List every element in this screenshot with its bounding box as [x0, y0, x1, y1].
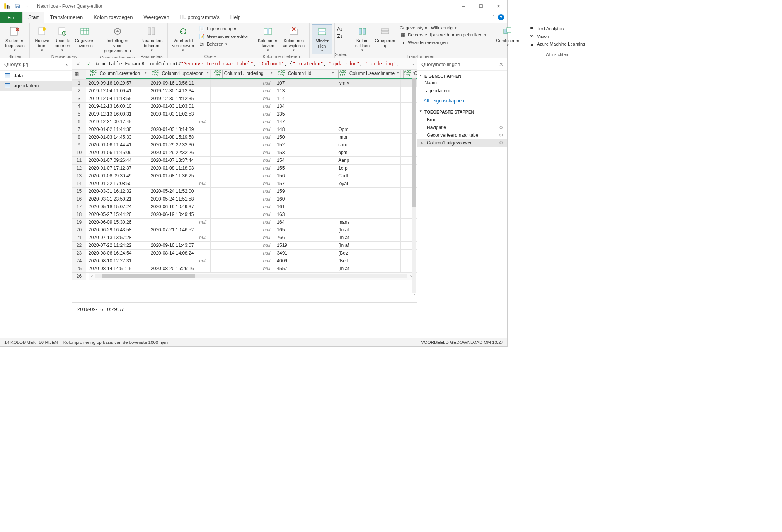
row-number[interactable]: 17: [72, 203, 86, 211]
file-tab[interactable]: File: [0, 12, 22, 23]
row-number[interactable]: 8: [72, 133, 86, 141]
table-row[interactable]: 162020-03-31 23:50:212020-05-24 11:51:58…: [72, 195, 417, 203]
table-row[interactable]: 52019-12-13 16:00:312020-01-03 11:02:53n…: [72, 110, 417, 118]
choose-columns-button[interactable]: Kolommen kiezen: [256, 24, 281, 53]
column-header[interactable]: ABC123Column1.createdon▾: [86, 70, 148, 78]
fx-icon[interactable]: fx: [96, 61, 99, 66]
corner-cell[interactable]: ▦: [72, 70, 86, 78]
column-header[interactable]: ABC123Column1.searchname▾: [336, 70, 400, 78]
horizontal-scrollbar[interactable]: ‹›: [89, 273, 414, 280]
row-number[interactable]: 12: [72, 164, 86, 172]
row-number[interactable]: 20: [72, 226, 86, 234]
row-number[interactable]: 7: [72, 126, 86, 133]
table-row[interactable]: 112020-01-07 09:26:442020-01-07 13:37:44…: [72, 156, 417, 164]
column-header[interactable]: ABC123Column1.id▾: [274, 70, 336, 78]
table-row[interactable]: 172020-05-18 15:07:242020-06-19 10:49:37…: [72, 203, 417, 211]
row-number[interactable]: 18: [72, 211, 86, 218]
table-row[interactable]: 202020-06-29 16:43:582020-07-21 10:46:52…: [72, 226, 417, 234]
close-button[interactable]: ✕: [490, 0, 507, 12]
table-row[interactable]: 142020-01-22 17:08:50nullnull157loyal: [72, 180, 417, 187]
group-by-button[interactable]: Groeperen op: [373, 24, 398, 49]
save-icon[interactable]: [13, 2, 22, 11]
vision-button[interactable]: 👁Vision: [528, 33, 586, 40]
row-number[interactable]: 10: [72, 149, 86, 156]
table-row[interactable]: 42019-12-13 16:00:102020-01-03 11:03:01n…: [72, 102, 417, 110]
data-type-button[interactable]: Gegevenstype: Willekeurig: [399, 25, 487, 31]
combine-button[interactable]: Combineren: [494, 24, 521, 48]
scroll-thumb[interactable]: [412, 78, 416, 207]
scroll-up-icon[interactable]: ˄: [412, 72, 416, 78]
table-row[interactable]: 122020-01-07 17:12:372020-01-08 11:18:03…: [72, 164, 417, 172]
row-number[interactable]: 1: [72, 79, 86, 87]
table-row[interactable]: 242020-08-10 12:27:31nullnull4009(Bell: [72, 257, 417, 265]
row-number[interactable]: 2: [72, 87, 86, 95]
sort-desc-button[interactable]: Z↓: [337, 33, 342, 39]
filter-icon[interactable]: ▾: [271, 71, 273, 75]
query-item[interactable]: agendaitem: [0, 81, 72, 91]
row-number[interactable]: 25: [72, 265, 86, 272]
type-icon[interactable]: ABC123: [403, 70, 413, 78]
tab-transformeren[interactable]: Transformeren: [44, 12, 88, 23]
filter-icon[interactable]: ▾: [145, 71, 147, 75]
applied-steps-heading[interactable]: TOEGEPASTE STAPPEN: [417, 107, 507, 116]
table-row[interactable]: 32019-12-04 11:18:552019-12-30 14:12:35n…: [72, 95, 417, 102]
table-row[interactable]: 182020-05-27 15:44:262020-06-19 10:49:45…: [72, 211, 417, 218]
table-row[interactable]: 132020-01-08 09:30:492020-01-08 11:36:25…: [72, 172, 417, 180]
table-row[interactable]: 152020-03-31 16:12:322020-05-24 11:52:00…: [72, 187, 417, 195]
table-row[interactable]: 26‹›: [72, 272, 417, 280]
table-row[interactable]: 192020-06-09 15:30:26nullnull164mans: [72, 218, 417, 226]
table-row[interactable]: 102020-01-06 11:45:092020-01-29 22:32:26…: [72, 149, 417, 156]
accept-formula-icon[interactable]: ✓: [85, 60, 93, 68]
tab-weergeven[interactable]: Weergeven: [138, 12, 174, 23]
split-column-button[interactable]: Kolom splitsen: [353, 24, 373, 53]
row-number[interactable]: 6: [72, 118, 86, 126]
collapse-queries-icon[interactable]: ‹: [66, 61, 68, 67]
formula-input[interactable]: = Table.ExpandRecordColumn(#"Geconvertee…: [102, 61, 408, 66]
enter-data-button[interactable]: Gegevens invoeren: [73, 24, 97, 49]
row-number[interactable]: 4: [72, 102, 86, 110]
type-icon[interactable]: ABC123: [89, 70, 98, 78]
advanced-editor-button[interactable]: 📝Geavanceerde editor: [198, 33, 249, 40]
expand-formula-icon[interactable]: ⌄: [411, 61, 415, 66]
row-number[interactable]: 15: [72, 187, 86, 195]
properties-button[interactable]: 📄Eigenschappen: [198, 25, 249, 32]
reduce-rows-button[interactable]: Minder rijen: [312, 24, 332, 54]
table-row[interactable]: 92020-01-06 11:44:412020-01-29 22:32:30n…: [72, 141, 417, 149]
row-number[interactable]: 26: [72, 272, 86, 280]
tab-hulpprogrammas[interactable]: Hulpprogramma's: [175, 12, 225, 23]
query-item[interactable]: data: [0, 71, 72, 81]
row-number[interactable]: 13: [72, 172, 86, 180]
table-row[interactable]: 252020-08-14 14:51:152020-08-20 16:26:16…: [72, 265, 417, 272]
table-row[interactable]: 12019-09-16 10:29:572019-09-16 10:56:11n…: [72, 79, 417, 87]
first-row-headers-button[interactable]: ▦De eerste rij als veldnamen gebruiken: [399, 31, 487, 38]
scroll-left-icon[interactable]: ‹: [89, 274, 95, 279]
applied-step[interactable]: Column1 uitgevouwen⚙: [417, 139, 507, 147]
hscroll-thumb[interactable]: [102, 274, 195, 278]
row-number[interactable]: 3: [72, 95, 86, 102]
tab-start[interactable]: Start: [23, 12, 44, 23]
properties-heading[interactable]: EIGENSCHAPPEN: [417, 71, 507, 80]
tab-help[interactable]: Help: [225, 12, 246, 23]
vertical-scrollbar[interactable]: ˄ ˅: [412, 78, 416, 293]
applied-step[interactable]: Geconverteerd naar tabel⚙: [417, 131, 507, 139]
column-header[interactable]: ABC123Column1.updatedon▾: [148, 70, 211, 78]
refresh-preview-button[interactable]: Voorbeeld vernieuwen: [170, 24, 196, 53]
text-analytics-button[interactable]: ≣Text Analytics: [528, 25, 586, 32]
maximize-button[interactable]: ☐: [472, 0, 490, 12]
cancel-formula-icon[interactable]: ✕: [74, 60, 82, 68]
recent-sources-button[interactable]: Recente bronnen: [52, 24, 73, 53]
remove-columns-button[interactable]: Kolommen verwijderen: [281, 24, 307, 53]
column-header[interactable]: ABC123Column1._ordering▾: [211, 70, 274, 78]
row-number[interactable]: 14: [72, 180, 86, 187]
type-icon[interactable]: ABC123: [151, 70, 160, 78]
collapse-ribbon-icon[interactable]: ˄: [492, 15, 495, 20]
row-number[interactable]: 21: [72, 234, 86, 241]
tab-kolom-toevoegen[interactable]: Kolom toevoegen: [88, 12, 138, 23]
qat-dropdown-icon[interactable]: ⌄: [22, 2, 31, 11]
row-number[interactable]: 23: [72, 249, 86, 257]
filter-icon[interactable]: ▾: [332, 71, 334, 75]
type-icon[interactable]: ABC123: [277, 70, 286, 78]
help-icon[interactable]: ?: [498, 14, 504, 20]
filter-icon[interactable]: ▾: [397, 71, 399, 75]
close-apply-button[interactable]: Sluiten en toepassen: [3, 24, 27, 53]
